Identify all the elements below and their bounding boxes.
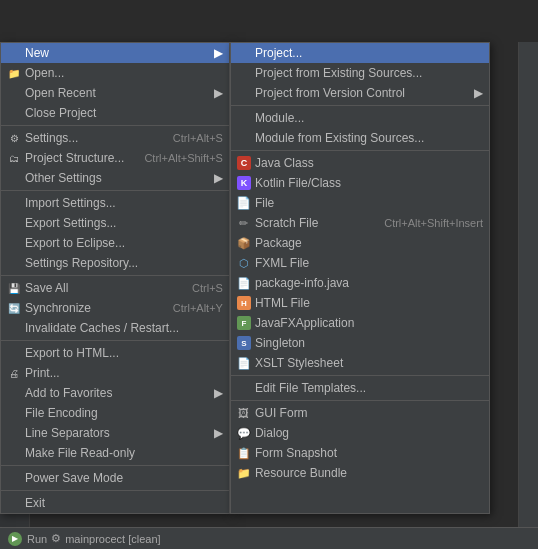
menu-item-close-project[interactable]: Close Project	[1, 103, 229, 123]
menu-item-exit[interactable]: Exit	[1, 493, 229, 513]
submenu-item-form-snapshot[interactable]: 📋 Form Snapshot	[231, 443, 489, 463]
menu-item-synchronize[interactable]: 🔄 Synchronize Ctrl+Alt+Y	[1, 298, 229, 318]
gui-form-icon: 🖼	[236, 405, 252, 421]
submenu-item-java-class[interactable]: C Java Class	[231, 153, 489, 173]
menu-item-add-favorites[interactable]: Add to Favorites ▶	[1, 383, 229, 403]
menu-item-project-structure[interactable]: 🗂 Project Structure... Ctrl+Alt+Shift+S	[1, 148, 229, 168]
settings-shortcut: Ctrl+Alt+S	[153, 132, 223, 144]
xslt-icon: 📄	[236, 355, 252, 371]
menu-item-export-eclipse[interactable]: Export to Eclipse...	[1, 233, 229, 253]
separator-1	[1, 125, 229, 126]
menu-item-invalidate-caches[interactable]: Invalidate Caches / Restart...	[1, 318, 229, 338]
submenu-item-module[interactable]: Module...	[231, 108, 489, 128]
sub-separator-2	[231, 150, 489, 151]
submenu-item-singleton[interactable]: S Singleton	[231, 333, 489, 353]
submenu-item-edit-templates[interactable]: Edit File Templates...	[231, 378, 489, 398]
form-snapshot-icon: 📋	[236, 445, 252, 461]
new-icon	[6, 45, 22, 61]
submenu-item-resource-bundle[interactable]: 📁 Resource Bundle	[231, 463, 489, 483]
submenu-item-package-info[interactable]: 📄 package-info.java	[231, 273, 489, 293]
new-arrow-icon: ▶	[204, 46, 223, 60]
menu-item-open-recent[interactable]: Open Recent ▶	[1, 83, 229, 103]
scratch-shortcut: Ctrl+Alt+Shift+Insert	[364, 217, 483, 229]
package-info-icon: 📄	[236, 275, 252, 291]
project-structure-shortcut: Ctrl+Alt+Shift+S	[124, 152, 223, 164]
separator-3	[1, 275, 229, 276]
file-icon: 📄	[236, 195, 252, 211]
run-bar: ▶ Run ⚙ mainprocect [clean]	[0, 527, 538, 549]
submenu-item-xslt[interactable]: 📄 XSLT Stylesheet	[231, 353, 489, 373]
menu-item-import-settings[interactable]: Import Settings...	[1, 193, 229, 213]
open-recent-icon	[6, 85, 22, 101]
sub-separator-3	[231, 375, 489, 376]
submenu-item-kotlin[interactable]: K Kotlin File/Class	[231, 173, 489, 193]
exit-icon	[6, 495, 22, 511]
sub-separator-4	[231, 400, 489, 401]
package-icon: 📦	[236, 235, 252, 251]
submenu-item-scratch[interactable]: ✏ Scratch File Ctrl+Alt+Shift+Insert	[231, 213, 489, 233]
kotlin-icon: K	[236, 175, 252, 191]
menu-item-other-settings[interactable]: Other Settings ▶	[1, 168, 229, 188]
save-all-shortcut: Ctrl+S	[172, 282, 223, 294]
other-settings-icon	[6, 170, 22, 186]
import-settings-icon	[6, 195, 22, 211]
file-encoding-icon	[6, 405, 22, 421]
run-label: Run	[27, 533, 47, 545]
menu-item-power-save[interactable]: Power Save Mode	[1, 468, 229, 488]
line-separators-arrow-icon: ▶	[204, 426, 223, 440]
close-project-icon	[6, 105, 22, 121]
power-save-icon	[6, 470, 22, 486]
sub-separator-1	[231, 105, 489, 106]
submenu-item-fxml[interactable]: ⬡ FXML File	[231, 253, 489, 273]
module-icon	[236, 110, 252, 126]
menu-item-file-encoding[interactable]: File Encoding	[1, 403, 229, 423]
submenu-item-dialog[interactable]: 💬 Dialog	[231, 423, 489, 443]
submenu-item-html[interactable]: H HTML File	[231, 293, 489, 313]
submenu-item-file[interactable]: 📄 File	[231, 193, 489, 213]
submenu-item-gui-form[interactable]: 🖼 GUI Form	[231, 403, 489, 423]
line-separators-icon	[6, 425, 22, 441]
submenu-item-module-existing[interactable]: Module from Existing Sources...	[231, 128, 489, 148]
menu-item-open[interactable]: 📁 Open...	[1, 63, 229, 83]
separator-5	[1, 465, 229, 466]
open-folder-icon: 📁	[6, 65, 22, 81]
menu-item-export-settings[interactable]: Export Settings...	[1, 213, 229, 233]
synchronize-shortcut: Ctrl+Alt+Y	[153, 302, 223, 314]
run-icon: ▶	[8, 532, 22, 546]
export-settings-icon	[6, 215, 22, 231]
menu-item-export-html[interactable]: Export to HTML...	[1, 343, 229, 363]
settings-icon: ⚙	[6, 130, 22, 146]
project-existing-icon	[236, 65, 252, 81]
project-icon	[236, 45, 252, 61]
menu-item-new[interactable]: New ▶	[1, 43, 229, 63]
submenu-item-package[interactable]: 📦 Package	[231, 233, 489, 253]
menu-item-line-separators[interactable]: Line Separators ▶	[1, 423, 229, 443]
side-panel-right	[518, 42, 538, 527]
scratch-icon: ✏	[236, 215, 252, 231]
file-menu-panel: New ▶ 📁 Open... Open Recent ▶ Close Proj…	[0, 42, 230, 514]
singleton-icon: S	[236, 335, 252, 351]
synchronize-icon: 🔄	[6, 300, 22, 316]
html-icon: H	[236, 295, 252, 311]
invalidate-icon	[6, 320, 22, 336]
favorites-icon	[6, 385, 22, 401]
submenu-item-project-vcs[interactable]: Project from Version Control ▶	[231, 83, 489, 103]
separator-6	[1, 490, 229, 491]
export-html-icon	[6, 345, 22, 361]
open-recent-arrow-icon: ▶	[204, 86, 223, 100]
submenu-item-project-existing[interactable]: Project from Existing Sources...	[231, 63, 489, 83]
run-project-label: mainprocect [clean]	[65, 533, 160, 545]
menu-item-save-all[interactable]: 💾 Save All Ctrl+S	[1, 278, 229, 298]
menu-item-print[interactable]: 🖨 Print...	[1, 363, 229, 383]
export-eclipse-icon	[6, 235, 22, 251]
menu-item-make-read-only[interactable]: Make File Read-only	[1, 443, 229, 463]
submenu-item-javafx-app[interactable]: F JavaFXApplication	[231, 313, 489, 333]
dialog-icon: 💬	[236, 425, 252, 441]
menu-item-settings[interactable]: ⚙ Settings... Ctrl+Alt+S	[1, 128, 229, 148]
menu-item-settings-repository[interactable]: Settings Repository...	[1, 253, 229, 273]
javafx-app-icon: F	[236, 315, 252, 331]
other-settings-arrow-icon: ▶	[204, 171, 223, 185]
submenu-item-project[interactable]: Project...	[231, 43, 489, 63]
new-submenu-panel: Project... Project from Existing Sources…	[230, 42, 490, 514]
favorites-arrow-icon: ▶	[204, 386, 223, 400]
